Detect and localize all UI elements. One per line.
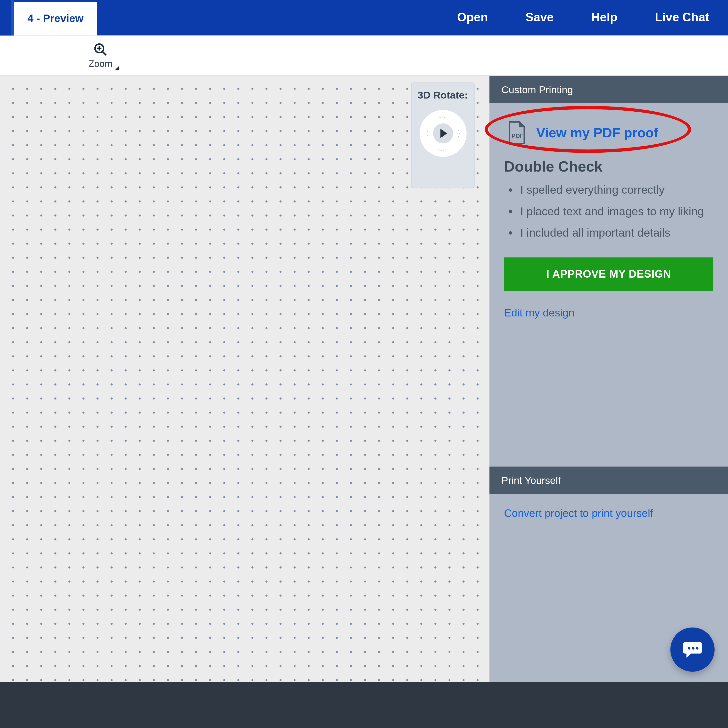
chat-widget-button[interactable] [670,627,714,672]
check-item: I included all important details [520,226,713,240]
rotate-play-button[interactable] [433,123,453,144]
rotate-right-icon[interactable]: 〉 [457,128,463,138]
tab-gutter [0,0,11,35]
rotate-3d-panel: 3D Rotate: ︿ ﹀ 〈 〉 [411,83,474,188]
custom-printing-header: Custom Printing [489,76,728,103]
rotate-left-icon[interactable]: 〈 [422,128,428,138]
sidebar: Custom Printing PDF View my PDF proof Do… [489,76,728,682]
convert-print-yourself-link[interactable]: Convert project to print yourself [504,508,653,519]
check-item: I placed text and images to my liking [520,205,713,219]
toolbar: Zoom [0,35,728,76]
zoom-in-icon [93,42,108,57]
rotate-down-icon[interactable]: ﹀ [438,148,448,154]
tab-accent [11,0,14,35]
footer [0,682,728,728]
view-pdf-proof-label: View my PDF proof [536,125,658,141]
pdf-file-icon: PDF [507,121,527,145]
svg-point-7 [696,647,698,650]
help-link[interactable]: Help [572,0,636,35]
edit-design-link[interactable]: Edit my design [504,307,574,319]
svg-line-1 [102,52,106,55]
live-chat-link[interactable]: Live Chat [636,0,728,35]
rotate-wheel: ︿ ﹀ 〈 〉 [419,110,466,157]
save-link[interactable]: Save [507,0,572,35]
approve-design-button[interactable]: I APPROVE MY DESIGN [504,257,713,291]
svg-point-5 [688,647,690,650]
zoom-button[interactable]: Zoom [89,42,113,69]
tab-label: 4 - Preview [28,12,84,25]
design-canvas-area: 3D Rotate: ︿ ﹀ 〈 〉 [0,76,489,682]
double-check-list: I spelled everything correctly I placed … [504,184,713,240]
tab-preview[interactable]: 4 - Preview [14,2,97,35]
svg-text:PDF: PDF [512,133,524,139]
svg-point-6 [692,647,694,650]
print-yourself-header: Print Yourself [489,466,728,494]
rotate-3d-label: 3D Rotate: [418,89,468,101]
rotate-up-icon[interactable]: ︿ [438,113,448,119]
check-item: I spelled everything correctly [520,184,713,197]
dropdown-caret-icon [115,65,119,70]
view-pdf-proof-link[interactable]: PDF View my PDF proof [507,121,713,145]
open-link[interactable]: Open [438,0,507,35]
chat-bubble-icon [681,638,704,661]
double-check-title: Double Check [504,158,713,176]
zoom-label: Zoom [89,58,113,69]
top-bar: 4 - Preview Open Save Help Live Chat [0,0,728,35]
